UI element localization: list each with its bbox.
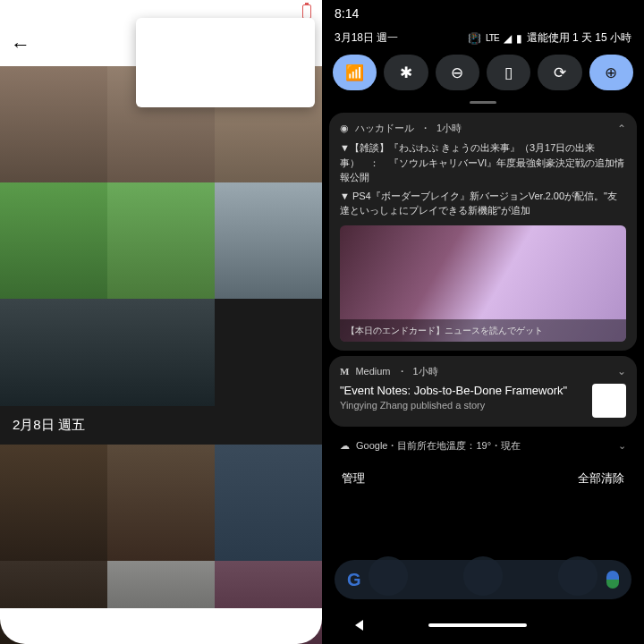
notification-weather[interactable]: ☁ Google・目前所在地溫度：19°・現在 ⌄ — [329, 432, 637, 460]
notif-image-caption: 【本日のエンドカード】ニュースを読んでゲット — [340, 319, 626, 342]
manage-button[interactable]: 管理 — [342, 470, 365, 487]
photo-thumbnail[interactable] — [215, 445, 322, 561]
flashlight-icon: ▯ — [504, 64, 513, 82]
nav-back-icon[interactable] — [355, 620, 363, 631]
popup-card[interactable] — [136, 18, 315, 107]
notif-subtitle: Yingying Zhang published a story — [340, 400, 583, 411]
system-navbar — [322, 606, 644, 644]
expand-icon[interactable]: ⌄ — [618, 440, 626, 452]
notification-medium[interactable]: M Medium ・ 1小時 ⌄ "Event Notes: Jobs-to-B… — [329, 356, 637, 427]
photo-thumbnail[interactable] — [215, 299, 322, 406]
notif-line: ▼ PS4『ボーダーブレイク』新バージョンVer.2.00が配信。"友達といっし… — [340, 189, 626, 218]
phone-right-notification-shade: 8:14 3月18日 週一 📳 LTE ◢ ▮ 還能使用 1 天 15 小時 📶… — [322, 0, 644, 644]
photo-thumbnail[interactable] — [215, 182, 322, 299]
notification-hackadoll[interactable]: ◉ ハッカドール ・ 1小時 ⌃ ▼【雑談】『わぷわぷ きょうの出来事』（3月1… — [329, 113, 637, 351]
cloud-icon: ☁ — [340, 440, 350, 452]
screen-corner — [0, 608, 322, 644]
notif-time: 1小時 — [413, 365, 438, 378]
battery-remaining: 還能使用 1 天 15 小時 — [527, 30, 631, 46]
qs-wifi[interactable]: 📶 — [333, 55, 377, 90]
photo-thumbnail[interactable] — [0, 445, 107, 561]
photo-thumbnail[interactable] — [107, 182, 215, 299]
clear-all-button[interactable]: 全部清除 — [578, 470, 624, 487]
status-date: 3月18日 週一 — [335, 30, 398, 46]
vibrate-icon: 📳 — [468, 32, 481, 45]
status-time: 8:14 — [335, 6, 359, 21]
qs-dnd[interactable]: ⊖ — [436, 55, 479, 90]
app-badge: M — [340, 366, 349, 377]
qs-bluetooth[interactable]: ✱ — [384, 55, 428, 90]
phone-left-photos: ← 2月8日 週五 — [0, 0, 322, 644]
photo-thumbnail[interactable] — [0, 299, 215, 406]
notif-line: ▼【雑談】『わぷわぷ きょうの出来事』（3月17日の出来事） ： 『ソウルキャリ… — [340, 140, 626, 185]
notif-thumbnail — [592, 384, 626, 418]
photo-thumbnail[interactable] — [107, 445, 215, 561]
status-subrow: 3月18日 週一 📳 LTE ◢ ▮ 還能使用 1 天 15 小時 — [322, 27, 644, 55]
photo-thumbnail[interactable] — [0, 66, 107, 182]
collapse-icon[interactable]: ⌃ — [617, 123, 626, 135]
notif-time: 1小時 — [436, 122, 462, 135]
photo-thumbnail[interactable] — [0, 182, 107, 299]
notif-title: "Event Notes: Jobs-to-Be-Done Framework" — [340, 384, 583, 397]
battery-saver-icon: ⊕ — [605, 64, 617, 82]
network-label: LTE — [486, 33, 499, 43]
google-search-bar[interactable]: G — [335, 560, 631, 599]
status-bar: 8:14 — [322, 0, 644, 27]
signal-icon: ◢ — [504, 32, 512, 45]
app-icon: ◉ — [340, 123, 349, 134]
notif-image[interactable]: 【本日のエンドカード】ニュースを読んでゲット — [340, 225, 626, 342]
google-logo-icon: G — [347, 570, 361, 590]
auto-rotate-icon: ⟳ — [554, 64, 566, 82]
quick-settings-row: 📶 ✱ ⊖ ▯ ⟳ ⊕ — [322, 55, 644, 96]
dnd-icon: ⊖ — [451, 64, 463, 82]
qs-flashlight[interactable]: ▯ — [487, 55, 530, 90]
shade-actions: 管理 全部清除 — [322, 463, 644, 499]
expand-icon[interactable]: ⌄ — [617, 365, 626, 377]
battery-low-icon — [302, 4, 311, 19]
qs-autorotate[interactable]: ⟳ — [538, 55, 581, 90]
notif-app: ハッカドール — [355, 122, 414, 135]
drag-handle[interactable] — [470, 101, 496, 104]
notif-app: Medium — [355, 366, 390, 377]
date-divider: 2月8日 週五 — [0, 406, 322, 445]
bluetooth-icon: ✱ — [400, 64, 412, 82]
weather-text: Google・目前所在地溫度：19°・現在 — [356, 439, 521, 453]
mic-icon[interactable] — [606, 571, 619, 589]
battery-icon: ▮ — [516, 32, 522, 45]
wifi-icon: 📶 — [345, 64, 364, 82]
qs-battery-saver[interactable]: ⊕ — [589, 55, 633, 90]
photo-grid: 2月8日 週五 — [0, 66, 322, 644]
nav-home-pill[interactable] — [428, 623, 527, 627]
back-arrow-icon[interactable]: ← — [11, 33, 30, 56]
